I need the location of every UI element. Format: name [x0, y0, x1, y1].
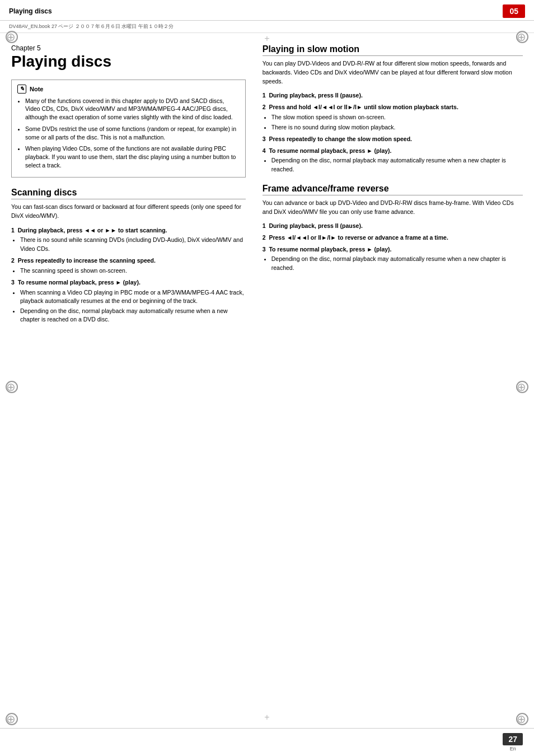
- scanning-step-2-bullet-1: The scanning speed is shown on-screen.: [20, 267, 246, 275]
- note-item-2: Some DVDs restrict the use of some funct…: [25, 125, 240, 141]
- main-content: Chapter 5 Playing discs ✎ Note Many of t…: [0, 33, 534, 338]
- chapter-title: Playing discs: [11, 53, 246, 71]
- scanning-step-1-bullet-1: There is no sound while scanning DVDs (i…: [20, 236, 246, 253]
- note-header: ✎ Note: [17, 85, 240, 94]
- right-column: Playing in slow motion You can play DVD-…: [257, 44, 523, 327]
- scanning-step-1: 1 During playback, press ◄◄ or ►► to sta…: [11, 226, 246, 253]
- scanning-discs-intro: You can fast-scan discs forward or backw…: [11, 203, 246, 221]
- page-label: En: [503, 746, 523, 752]
- slow-motion-section: Playing in slow motion You can play DVD-…: [263, 44, 523, 174]
- frame-advance-step-3-body: Depending on the disc, normal playback m…: [263, 255, 523, 272]
- scanning-step-3: 3 To resume normal playback, press ► (pl…: [11, 278, 246, 324]
- note-list: Many of the functions covered in this ch…: [17, 97, 240, 170]
- frame-advance-step-2: 2 Press ◄I/◄◄I or II►/I► to reverse or a…: [263, 234, 523, 242]
- frame-advance-step-3: 3 To resume normal playback, press ► (pl…: [263, 245, 523, 272]
- slow-motion-step-2-bullet-2: There is no sound during slow motion pla…: [271, 123, 523, 132]
- note-label: Note: [30, 86, 43, 92]
- scanning-step-2-body: The scanning speed is shown on-screen.: [11, 267, 246, 275]
- slow-motion-step-1: 1 During playback, press II (pause).: [263, 91, 523, 100]
- left-column: Chapter 5 Playing discs ✎ Note Many of t…: [11, 44, 257, 327]
- frame-advance-step-3-heading: 3 To resume normal playback, press ► (pl…: [263, 245, 523, 254]
- scanning-step-2-heading: 2 Press repeatedly to increase the scann…: [11, 256, 246, 265]
- scanning-discs-title: Scanning discs: [11, 188, 246, 199]
- center-mark-bottom: +: [264, 712, 269, 722]
- scanning-step-1-heading: 1 During playback, press ◄◄ or ►► to sta…: [11, 226, 246, 235]
- file-info: DV48AV_EN.book 27 ページ ２００７年６月６日 水曜日 午前１０…: [0, 21, 534, 33]
- chapter-label: Chapter 5: [11, 44, 246, 52]
- slow-motion-step-4: 4 To resume normal playback, press ► (pl…: [263, 147, 523, 174]
- note-item-3: When playing Video CDs, some of the func…: [25, 144, 240, 169]
- scanning-step-3-body: When scanning a Video CD playing in PBC …: [11, 288, 246, 324]
- header-title: Playing discs: [9, 7, 52, 15]
- chapter-number-badge: 05: [503, 4, 525, 18]
- frame-advance-step-3-bullet-1: Depending on the disc, normal playback m…: [271, 255, 523, 272]
- frame-advance-title: Frame advance/frame reverse: [263, 184, 523, 195]
- scanning-step-1-body: There is no sound while scanning DVDs (i…: [11, 236, 246, 253]
- corner-decoration-bottom-left: [6, 713, 18, 725]
- frame-advance-step-1-heading: 1 During playback, press II (pause).: [263, 222, 523, 230]
- scanning-discs-section: Scanning discs You can fast-scan discs f…: [11, 188, 246, 324]
- frame-advance-intro: You can advance or back up DVD-Video and…: [263, 199, 523, 217]
- slow-motion-step-2-bullet-1: The slow motion speed is shown on-screen…: [271, 113, 523, 122]
- scanning-step-3-bullet-2: Depending on the disc, normal playback m…: [20, 307, 246, 324]
- frame-advance-step-1: 1 During playback, press II (pause).: [263, 222, 523, 230]
- slow-motion-step-3: 3 Press repeatedly to change the slow mo…: [263, 135, 523, 143]
- page-number: 27: [503, 733, 523, 745]
- corner-decoration-bottom-right: [516, 713, 528, 725]
- slow-motion-step-2: 2 Press and hold ◄I/◄◄I or II►/I► until …: [263, 103, 523, 132]
- slow-motion-step-1-heading: 1 During playback, press II (pause).: [263, 91, 523, 100]
- slow-motion-title: Playing in slow motion: [263, 44, 523, 56]
- header-bar: Playing discs 05: [0, 0, 534, 21]
- slow-motion-step-4-body: Depending on the disc, normal playback m…: [263, 156, 523, 173]
- note-item-1: Many of the functions covered in this ch…: [25, 97, 240, 122]
- note-icon: ✎: [17, 85, 26, 94]
- scanning-step-3-heading: 3 To resume normal playback, press ► (pl…: [11, 278, 246, 287]
- corner-decoration-mid-right: [516, 381, 528, 393]
- frame-advance-step-2-heading: 2 Press ◄I/◄◄I or II►/I► to reverse or a…: [263, 234, 523, 242]
- slow-motion-step-2-body: The slow motion speed is shown on-screen…: [263, 113, 523, 132]
- slow-motion-intro: You can play DVD-Videos and DVD-R/-RW at…: [263, 59, 523, 86]
- scanning-step-2: 2 Press repeatedly to increase the scann…: [11, 256, 246, 275]
- corner-decoration-top-left: [6, 31, 18, 43]
- scanning-step-3-bullet-1: When scanning a Video CD playing in PBC …: [20, 288, 246, 305]
- slow-motion-step-3-heading: 3 Press repeatedly to change the slow mo…: [263, 135, 523, 143]
- note-box: ✎ Note Many of the functions covered in …: [11, 80, 246, 178]
- page-number-container: 27 En: [503, 733, 523, 752]
- slow-motion-step-2-heading: 2 Press and hold ◄I/◄◄I or II►/I► until …: [263, 103, 523, 111]
- footer-bar: 27 En: [0, 728, 534, 756]
- corner-decoration-mid-left: [6, 381, 18, 393]
- slow-motion-step-4-heading: 4 To resume normal playback, press ► (pl…: [263, 147, 523, 155]
- corner-decoration-top-right: [516, 31, 528, 43]
- center-mark-top: +: [264, 34, 269, 44]
- slow-motion-step-4-bullet-1: Depending on the disc, normal playback m…: [271, 156, 523, 173]
- frame-advance-section: Frame advance/frame reverse You can adva…: [263, 184, 523, 272]
